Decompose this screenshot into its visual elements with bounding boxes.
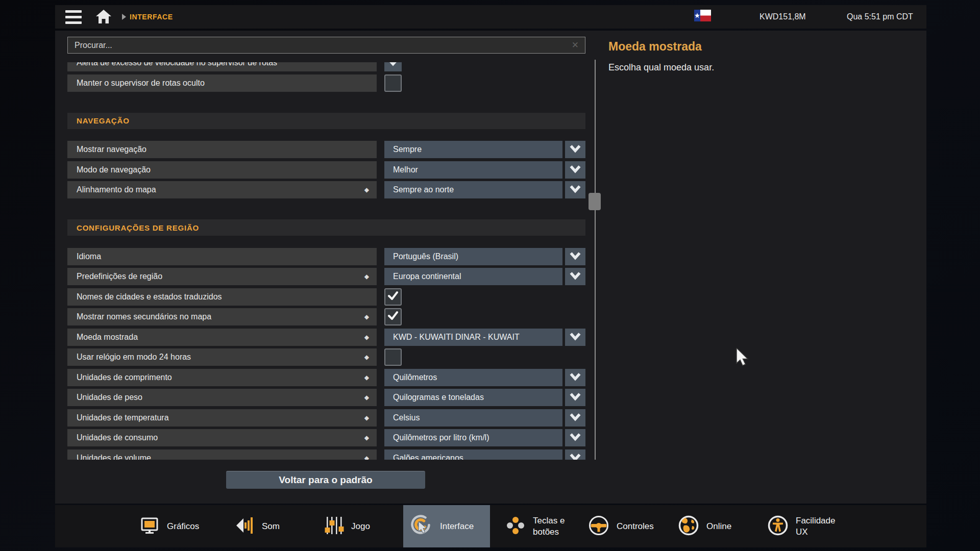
dropdown-chevron-button[interactable] (565, 141, 585, 158)
setting-help-description: Escolha qual moeda usar. (608, 62, 714, 73)
setting-label-bar[interactable]: Alerta de excesso de velocidade no super… (67, 62, 377, 71)
setting-label: Mostrar nomes secundários no mapa (77, 312, 364, 321)
reset-to-default-button[interactable]: Voltar para o padrão (226, 471, 425, 489)
setting-dropdown[interactable]: Melhor (384, 161, 562, 179)
modified-diamond-icon: ◆ (364, 434, 369, 441)
tab-label: Gráficos (167, 521, 199, 532)
steering-wheel-icon (588, 515, 609, 538)
setting-label-bar[interactable]: Alinhamento do mapa◆ (67, 181, 377, 198)
dropdown-value: Celsius (393, 413, 420, 422)
setting-row: Usar relógio em modo 24 horas◆ (67, 348, 585, 366)
setting-checkbox[interactable] (384, 348, 402, 366)
chevron-down-icon (384, 62, 402, 72)
setting-dropdown[interactable]: Quilogramas e toneladas (384, 389, 562, 406)
setting-label-bar[interactable]: Moeda mostrada◆ (67, 329, 377, 346)
setting-label-bar[interactable]: Predefinições de região◆ (67, 268, 377, 285)
tab-som[interactable]: Som (234, 505, 280, 547)
chevron-down-icon (565, 247, 585, 266)
dropdown-chevron-button[interactable] (565, 449, 585, 460)
setting-label-bar[interactable]: Unidades de consumo◆ (67, 429, 377, 446)
buttons-dots-icon (505, 515, 526, 538)
setting-row: Predefinições de região◆Europa continent… (67, 268, 585, 285)
setting-label: Idioma (77, 252, 369, 261)
check-icon (385, 288, 401, 306)
dropdown-chevron-button[interactable] (565, 181, 585, 198)
setting-checkbox[interactable] (384, 74, 402, 92)
setting-dropdown[interactable]: Sempre ao norte (384, 181, 562, 198)
setting-dropdown[interactable]: Galões americanos (384, 449, 562, 460)
tab-interface[interactable]: Interface (403, 505, 490, 547)
dropdown-chevron-button[interactable] (565, 389, 585, 406)
search-clear-icon[interactable]: ✕ (572, 40, 579, 51)
tab-label: Jogo (351, 521, 370, 532)
section-header-label: NAVEGAÇÃO (77, 116, 130, 125)
setting-label-bar[interactable]: Usar relógio em modo 24 horas◆ (67, 348, 377, 366)
setting-row: Manter o supervisor de rotas oculto (67, 74, 585, 92)
tab-online[interactable]: Online (678, 505, 731, 547)
menu-icon[interactable] (65, 10, 82, 24)
tab-gr-ficos[interactable]: Gráficos (139, 505, 199, 547)
setting-dropdown[interactable]: Quilômetros (384, 369, 562, 386)
texas-flag-icon (694, 10, 711, 21)
dropdown-chevron-button[interactable] (565, 161, 585, 179)
setting-label: Unidades de volume (77, 454, 364, 460)
chevron-down-icon (565, 328, 585, 347)
home-icon[interactable] (96, 9, 111, 24)
tab-label: Teclas e botões (533, 515, 565, 537)
setting-dropdown[interactable]: Europa continental (384, 268, 562, 285)
dropdown-chevron-button[interactable] (565, 248, 585, 265)
setting-label-bar[interactable]: Mostrar nomes secundários no mapa◆ (67, 308, 377, 325)
setting-row: Modo de navegaçãoMelhor (67, 161, 585, 179)
tab-controles[interactable]: Controles (588, 505, 654, 547)
setting-dropdown[interactable]: KWD - KUWAITI DINAR - KUWAIT (384, 329, 562, 346)
chevron-down-icon (565, 160, 585, 180)
setting-dropdown[interactable]: Quilômetros por litro (km/l) (384, 429, 562, 446)
setting-label-bar[interactable]: Unidades de comprimento◆ (67, 369, 377, 386)
dropdown-chevron-button[interactable] (565, 329, 585, 346)
tab-jogo[interactable]: Jogo (324, 505, 370, 547)
search-input[interactable]: Procurar... ✕ (67, 37, 585, 54)
dropdown-chevron-button[interactable] (565, 409, 585, 427)
tab-teclas-e-bot-es[interactable]: Teclas e botões (505, 505, 565, 547)
setting-row: IdiomaPortuguês (Brasil) (67, 248, 585, 265)
dropdown-value: KWD - KUWAITI DINAR - KUWAIT (393, 333, 520, 342)
setting-label-bar[interactable]: Modo de navegação (67, 161, 377, 179)
setting-label-bar[interactable]: Unidades de temperatura◆ (67, 409, 377, 427)
setting-label-bar[interactable]: Idioma (67, 248, 377, 265)
setting-row: Mostrar navegaçãoSempre (67, 141, 585, 158)
chevron-down-icon (565, 267, 585, 286)
setting-dropdown[interactable]: Sempre (384, 141, 562, 158)
setting-label: Nomes de cidades e estados traduzidos (77, 292, 369, 302)
setting-checkbox[interactable] (384, 308, 402, 325)
scrollbar-handle[interactable] (589, 193, 601, 210)
setting-label-bar[interactable]: Manter o supervisor de rotas oculto (67, 74, 377, 92)
modified-diamond-icon: ◆ (364, 313, 369, 320)
setting-checkbox[interactable] (384, 288, 402, 306)
breadcrumb-arrow-icon (122, 14, 126, 20)
setting-dropdown[interactable]: Português (Brasil) (384, 248, 562, 265)
setting-dropdown[interactable]: Celsius (384, 409, 562, 427)
settings-panel: Procurar... ✕ Alerta de excesso de veloc… (55, 31, 926, 504)
accessibility-icon (767, 515, 789, 538)
setting-label-bar[interactable]: Mostrar navegação (67, 141, 377, 158)
chevron-down-icon (565, 368, 585, 387)
tab-label: Controles (617, 521, 654, 532)
dropdown-value: Sempre (393, 145, 422, 154)
money-display: KWD151,8M (760, 12, 806, 21)
dropdown-chevron-button[interactable] (565, 369, 585, 386)
tab-facilidade-ux[interactable]: Facilidade UX (767, 505, 836, 547)
setting-label-bar[interactable]: Unidades de volume◆ (67, 449, 377, 460)
dropdown-chevron-button[interactable] (384, 62, 402, 71)
setting-label-bar[interactable]: Nomes de cidades e estados traduzidos (67, 288, 377, 306)
setting-row: Alerta de excesso de velocidade no super… (67, 62, 585, 71)
setting-label: Alerta de excesso de velocidade no super… (77, 62, 369, 67)
scrollbar-track[interactable] (595, 60, 596, 460)
dropdown-chevron-button[interactable] (565, 429, 585, 446)
tab-label: Som (262, 521, 280, 532)
modified-diamond-icon: ◆ (364, 455, 369, 460)
setting-label-bar[interactable]: Unidades de peso◆ (67, 389, 377, 406)
tab-label: Interface (440, 521, 474, 532)
dropdown-chevron-button[interactable] (565, 268, 585, 285)
modified-diamond-icon: ◆ (364, 414, 369, 421)
check-icon (385, 308, 401, 325)
